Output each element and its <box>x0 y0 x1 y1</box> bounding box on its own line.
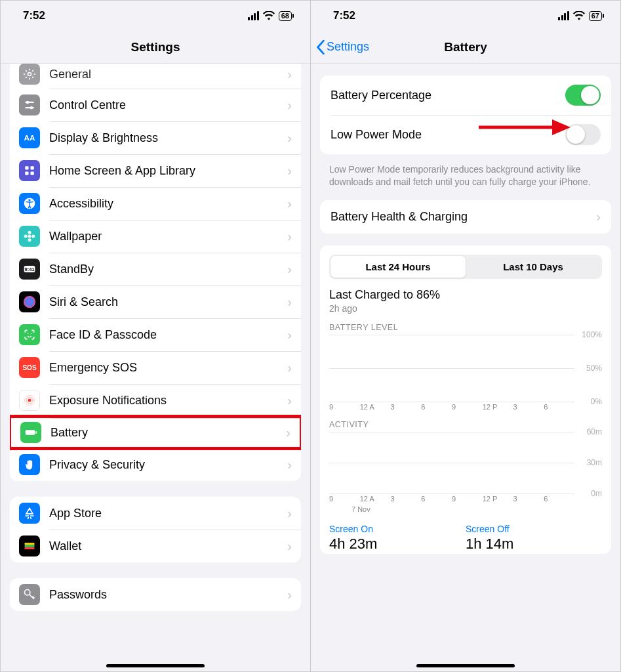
svg-point-13 <box>28 231 31 234</box>
exposure-icon <box>19 390 40 411</box>
accessibility-icon <box>19 193 40 214</box>
screen-on-value: 4h 23m <box>329 536 466 553</box>
status-bar: 7:52 68 <box>1 1 310 31</box>
low-power-mode-description: Low Power Mode temporarily reduces backg… <box>311 159 620 188</box>
settings-screen: 7:52 68 Settings General›Control Centre›… <box>1 1 310 671</box>
battery-health-row[interactable]: Battery Health & Charging › <box>320 200 611 234</box>
gear-icon <box>19 64 40 85</box>
settings-row-home-screen[interactable]: Home Screen & App Library› <box>10 154 301 187</box>
settings-row-general[interactable]: General› <box>10 64 301 89</box>
settings-row-control-centre[interactable]: Control Centre› <box>10 89 301 121</box>
row-label: Emergency SOS <box>49 361 287 375</box>
last-charged-time: 2h ago <box>329 303 602 314</box>
page-title: Battery <box>444 40 487 54</box>
settings-list[interactable]: General›Control Centre›AADisplay & Brigh… <box>1 64 310 671</box>
home-indicator[interactable] <box>106 664 205 667</box>
settings-row-accessibility[interactable]: Accessibility› <box>10 187 301 220</box>
grid-icon <box>19 160 40 181</box>
svg-point-4 <box>30 106 33 110</box>
siri-icon <box>19 291 40 312</box>
toggle-row-battery-percentage[interactable]: Battery Percentage <box>320 75 611 115</box>
y-tick: 50% <box>586 364 602 373</box>
back-button[interactable]: Settings <box>316 31 369 63</box>
row-label: Display & Brightness <box>49 131 287 145</box>
settings-row-display[interactable]: AADisplay & Brightness› <box>10 121 301 154</box>
svg-rect-28 <box>25 545 35 547</box>
chevron-right-icon: › <box>596 209 601 224</box>
settings-row-wallet[interactable]: Wallet› <box>10 530 301 562</box>
home-indicator[interactable] <box>416 664 515 667</box>
settings-row-sos[interactable]: SOSEmergency SOS› <box>10 351 301 384</box>
settings-row-wallpaper[interactable]: Wallpaper› <box>10 220 301 253</box>
settings-row-battery[interactable]: Battery› <box>10 415 301 450</box>
wifi-icon <box>573 11 585 20</box>
row-label: App Store <box>49 507 287 520</box>
toggle-switch[interactable] <box>565 85 601 106</box>
svg-point-15 <box>24 235 28 238</box>
battery-toggles-group: Battery PercentageLow Power Mode <box>320 75 611 154</box>
cellular-icon <box>558 11 569 20</box>
nav-header: Settings <box>1 31 310 64</box>
y-tick: 100% <box>582 330 602 339</box>
settings-row-siri[interactable]: Siri & Search› <box>10 285 301 318</box>
screen-off-value: 1h 14m <box>466 536 602 553</box>
chevron-right-icon: › <box>287 506 292 521</box>
svg-rect-8 <box>25 172 28 175</box>
settings-row-privacy[interactable]: Privacy & Security› <box>10 448 301 481</box>
back-label: Settings <box>327 40 369 54</box>
tab-last-10-days[interactable]: Last 10 Days <box>466 256 601 278</box>
y-tick: 0m <box>591 489 602 498</box>
settings-row-faceid[interactable]: Face ID & Passcode› <box>10 318 301 351</box>
battery-content[interactable]: Battery PercentageLow Power Mode Low Pow… <box>311 64 620 671</box>
svg-point-12 <box>28 235 31 238</box>
settings-row-appstore[interactable]: App Store› <box>10 497 301 530</box>
settings-group: Passwords› <box>10 578 301 611</box>
toggle-switch[interactable] <box>565 124 601 145</box>
chevron-right-icon: › <box>287 196 292 211</box>
battery-level-chart: 100%50%0%912 A36912 P36 <box>329 335 602 413</box>
settings-row-standby[interactable]: 9:41StandBy› <box>10 253 301 285</box>
svg-rect-26 <box>35 431 37 434</box>
svg-rect-6 <box>25 166 28 169</box>
tab-last-24-hours[interactable]: Last 24 Hours <box>331 256 466 278</box>
settings-row-passwords[interactable]: Passwords› <box>10 578 301 611</box>
settings-row-exposure[interactable]: Exposure Notifications› <box>10 384 301 417</box>
chart-bars <box>329 432 574 494</box>
clock-icon: 9:41 <box>19 259 40 280</box>
toggle-label: Low Power Mode <box>331 128 422 142</box>
chevron-right-icon: › <box>287 131 292 146</box>
cellular-icon <box>248 11 259 20</box>
toggle-row-low-power-mode[interactable]: Low Power Mode <box>320 115 611 154</box>
chevron-right-icon: › <box>287 262 292 277</box>
svg-rect-7 <box>31 166 34 169</box>
battery-usage-card: Last 24 Hours Last 10 Days Last Charged … <box>320 245 611 554</box>
sliders-icon <box>19 94 40 116</box>
chevron-right-icon: › <box>287 163 292 178</box>
battery-icon <box>20 422 41 443</box>
svg-text:9:41: 9:41 <box>24 266 34 272</box>
y-tick: 0% <box>591 397 602 406</box>
svg-point-0 <box>28 73 31 76</box>
svg-point-14 <box>28 238 31 242</box>
chevron-right-icon: › <box>287 393 292 408</box>
row-label: Face ID & Passcode <box>49 328 287 342</box>
chart-bars <box>329 335 574 402</box>
faceid-icon <box>19 324 40 345</box>
chevron-right-icon: › <box>286 425 290 440</box>
nav-header: Settings Battery <box>311 31 620 64</box>
status-time: 7:52 <box>333 9 355 22</box>
chevron-right-icon: › <box>287 295 292 310</box>
chevron-right-icon: › <box>287 587 292 602</box>
chevron-right-icon: › <box>287 360 292 375</box>
screen-on-label: Screen On <box>329 524 466 534</box>
wifi-icon <box>263 11 275 20</box>
svg-point-22 <box>28 399 31 402</box>
row-label: Passwords <box>49 588 287 602</box>
hand-icon <box>19 454 40 475</box>
chevron-right-icon: › <box>287 327 292 343</box>
last-charged-title: Last Charged to 86% <box>329 288 602 302</box>
sos-icon: SOS <box>19 357 40 378</box>
chevron-left-icon <box>316 40 325 54</box>
time-range-segmented[interactable]: Last 24 Hours Last 10 Days <box>329 255 602 279</box>
row-label: Privacy & Security <box>49 458 287 472</box>
